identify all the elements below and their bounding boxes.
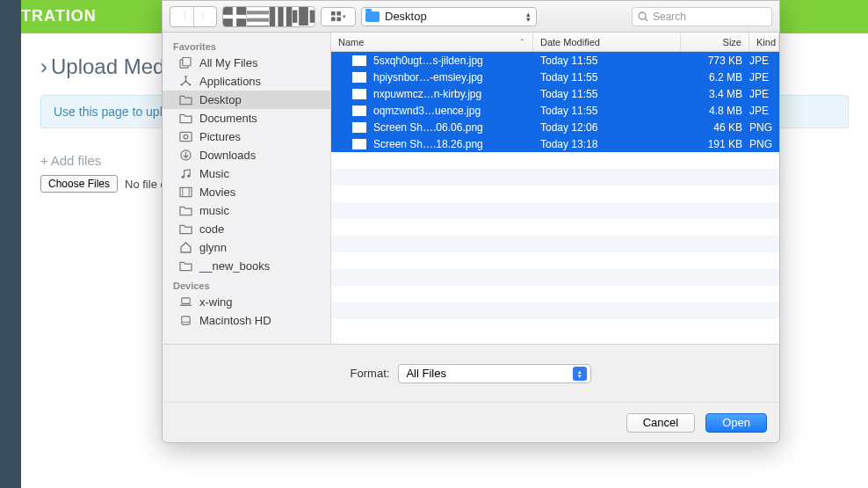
column-date[interactable]: Date Modified [533,33,681,51]
file-row[interactable]: Screen Sh….06.06.pngToday 12:0646 KBPNG [331,119,779,135]
svg-rect-13 [331,11,336,16]
empty-row [331,269,779,286]
sidebar-item-pictures[interactable]: Pictures [163,127,330,146]
svg-rect-12 [310,10,315,22]
devices-heading: Devices [163,275,330,293]
admin-sidebar [0,0,21,488]
file-date: Today 13:18 [533,138,681,150]
view-icons-button[interactable] [223,7,246,26]
file-date: Today 12:06 [533,121,681,134]
sidebar-item-applications[interactable]: Applications [163,72,330,91]
favorites-heading: Favorites [163,36,330,54]
svg-rect-30 [179,187,191,196]
file-kind: PNG [749,138,779,150]
folder-icon [178,205,192,216]
file-name: hpiysnbor…-emsley.jpg [373,71,483,84]
empty-row [331,319,779,336]
sidebar-item-documents[interactable]: Documents [163,109,330,127]
sidebar-item-label: __new_books [199,259,270,273]
cancel-button[interactable]: Cancel [626,413,695,433]
file-kind: JPE [749,105,779,117]
column-name[interactable]: Name⌃ [331,33,533,51]
folder-icon [178,260,192,272]
file-size: 6.2 MB [681,71,749,84]
svg-rect-16 [336,17,341,21]
file-name: 5sxqh0ugt…s-jilden.jpg [373,55,483,67]
view-columns-button[interactable] [269,7,292,26]
open-button[interactable]: Open [705,413,767,433]
location-dropdown[interactable]: Desktop ▴▾ [361,7,537,26]
file-date: Today 11:55 [533,88,681,100]
view-list-button[interactable] [246,7,269,26]
sidebar-item-label: Pictures [199,130,241,143]
sidebar-item-desktop[interactable]: Desktop [163,91,330,109]
updown-icon: ▴▾ [573,367,587,381]
file-open-dialog: 〈 〉 ▾ Desktop ▴▾ [162,0,780,443]
file-thumbnail-icon [352,122,366,133]
file-name: Screen Sh….18.26.png [373,138,483,150]
dialog-sidebar: Favorites All My FilesApplicationsDeskto… [163,33,331,344]
file-row[interactable]: Screen Sh….18.26.pngToday 13:18191 KBPNG [331,135,779,152]
file-list[interactable]: 5sxqh0ugt…s-jilden.jpgToday 11:55773 KBJ… [331,52,779,344]
file-row[interactable]: nxpuwmcz…n-kirby.jpgToday 11:553.4 MBJPE [331,85,779,102]
svg-rect-20 [182,57,190,65]
sidebar-item-label: Music [199,167,229,180]
format-bar: Format: All Files ▴▾ [163,344,779,402]
sidebar-item-music[interactable]: music [163,201,330,220]
svg-rect-4 [247,7,269,11]
group-dropdown[interactable]: ▾ [321,7,356,26]
svg-point-22 [180,84,182,85]
file-size: 46 KB [681,121,749,134]
search-input[interactable]: Search [632,7,772,26]
column-size[interactable]: Size [681,33,749,51]
file-row[interactable]: hpiysnbor…-emsley.jpgToday 11:556.2 MBJP… [331,69,779,85]
sidebar-item-label: Documents [199,112,257,125]
format-select[interactable]: All Files ▴▾ [398,364,591,383]
svg-rect-1 [236,6,246,15]
sidebar-item-downloads[interactable]: Downloads [163,146,330,164]
folder-icon [178,113,192,124]
svg-rect-11 [299,7,308,25]
sidebar-item-movies[interactable]: Movies [163,183,330,201]
svg-rect-34 [181,317,189,324]
sidebar-item-glynn[interactable]: glynn [163,238,330,257]
sidebar-item-label: Desktop [199,93,242,106]
file-date: Today 11:55 [533,55,681,67]
empty-row [331,219,779,236]
svg-rect-25 [179,132,191,141]
svg-rect-2 [223,18,233,27]
empty-row [331,186,779,202]
svg-point-17 [639,12,646,19]
sidebar-item-label: code [199,222,224,236]
file-name: nxpuwmcz…n-kirby.jpg [373,88,481,100]
file-date: Today 11:55 [533,105,681,117]
sidebar-item-all-my-files[interactable]: All My Files [163,54,330,72]
file-row[interactable]: oqmzwnd3…uence.jpgToday 11:554.8 MBJPE [331,102,779,119]
back-button[interactable]: 〈 [170,7,193,26]
view-segment [222,6,315,27]
pictures-icon [178,131,192,142]
svg-point-28 [181,176,184,178]
svg-point-29 [187,175,190,178]
sidebar-item-code[interactable]: code [163,220,330,238]
column-kind[interactable]: Kind [749,33,779,51]
svg-rect-15 [331,17,336,21]
empty-row [331,236,779,252]
file-row[interactable]: 5sxqh0ugt…s-jilden.jpgToday 11:55773 KBJ… [331,52,779,69]
empty-row [331,286,779,302]
nav-segment: 〈 〉 [170,6,217,27]
view-coverflow-button[interactable] [292,7,315,26]
file-name: oqmzwnd3…uence.jpg [373,105,481,117]
folder-icon [365,11,380,22]
file-kind: JPE [749,88,779,100]
file-size: 4.8 MB [681,105,749,117]
choose-files-button[interactable]: Choose Files [40,175,118,193]
forward-button[interactable]: 〉 [193,7,216,26]
music-icon [178,168,192,179]
sidebar-item-x-wing[interactable]: x-wing [163,293,330,311]
empty-row [331,252,779,269]
svg-rect-6 [247,22,269,25]
sidebar-item--new-books[interactable]: __new_books [163,257,330,275]
sidebar-item-macintosh-hd[interactable]: Macintosh HD [163,311,330,330]
sidebar-item-music[interactable]: Music [163,164,330,183]
